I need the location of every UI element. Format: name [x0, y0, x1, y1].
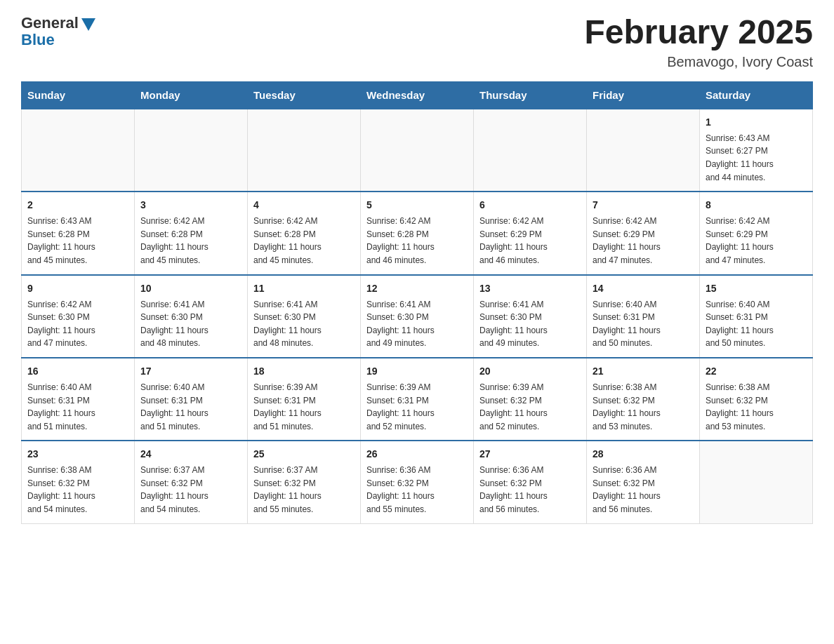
day-number: 1 — [706, 115, 807, 130]
day-info: Sunrise: 6:41 AMSunset: 6:30 PMDaylight:… — [479, 298, 581, 350]
day-number: 28 — [593, 447, 694, 462]
title-block: February 2025 Bemavogo, Ivory Coast — [584, 14, 813, 70]
calendar-week-row: 23Sunrise: 6:38 AMSunset: 6:32 PMDayligh… — [22, 441, 813, 523]
calendar-cell — [248, 109, 361, 192]
calendar-week-row: 2Sunrise: 6:43 AMSunset: 6:28 PMDaylight… — [22, 192, 813, 274]
day-info: Sunrise: 6:37 AMSunset: 6:32 PMDaylight:… — [253, 464, 355, 516]
calendar-cell: 18Sunrise: 6:39 AMSunset: 6:31 PMDayligh… — [248, 358, 361, 441]
weekday-header-wednesday: Wednesday — [361, 81, 474, 109]
day-number: 19 — [366, 364, 468, 379]
calendar-week-row: 9Sunrise: 6:42 AMSunset: 6:30 PMDaylight… — [22, 275, 813, 358]
day-number: 2 — [27, 198, 128, 213]
day-info: Sunrise: 6:40 AMSunset: 6:31 PMDaylight:… — [593, 298, 694, 350]
calendar-cell: 7Sunrise: 6:42 AMSunset: 6:29 PMDaylight… — [587, 192, 700, 274]
day-info: Sunrise: 6:43 AMSunset: 6:27 PMDaylight:… — [706, 132, 807, 184]
day-number: 16 — [27, 364, 128, 379]
logo: General Blue — [21, 14, 95, 49]
day-number: 23 — [27, 447, 128, 462]
day-info: Sunrise: 6:38 AMSunset: 6:32 PMDaylight:… — [593, 381, 694, 433]
logo-blue-text: Blue — [21, 31, 55, 49]
day-info: Sunrise: 6:42 AMSunset: 6:28 PMDaylight:… — [253, 215, 355, 267]
day-number: 14 — [593, 281, 694, 296]
calendar-cell: 9Sunrise: 6:42 AMSunset: 6:30 PMDaylight… — [22, 275, 135, 358]
calendar-cell: 28Sunrise: 6:36 AMSunset: 6:32 PMDayligh… — [587, 441, 700, 523]
calendar-cell: 25Sunrise: 6:37 AMSunset: 6:32 PMDayligh… — [248, 441, 361, 523]
calendar-cell: 21Sunrise: 6:38 AMSunset: 6:32 PMDayligh… — [587, 358, 700, 441]
day-info: Sunrise: 6:39 AMSunset: 6:32 PMDaylight:… — [479, 381, 581, 433]
month-title: February 2025 — [584, 14, 813, 51]
calendar-week-row: 1Sunrise: 6:43 AMSunset: 6:27 PMDaylight… — [22, 109, 813, 192]
day-info: Sunrise: 6:36 AMSunset: 6:32 PMDaylight:… — [479, 464, 581, 516]
logo-general-text: General — [21, 14, 79, 32]
day-number: 13 — [479, 281, 581, 296]
day-number: 9 — [27, 281, 128, 296]
calendar-cell: 20Sunrise: 6:39 AMSunset: 6:32 PMDayligh… — [474, 358, 587, 441]
day-info: Sunrise: 6:37 AMSunset: 6:32 PMDaylight:… — [140, 464, 241, 516]
day-info: Sunrise: 6:38 AMSunset: 6:32 PMDaylight:… — [27, 464, 128, 516]
calendar-cell: 23Sunrise: 6:38 AMSunset: 6:32 PMDayligh… — [22, 441, 135, 523]
day-info: Sunrise: 6:42 AMSunset: 6:28 PMDaylight:… — [140, 215, 241, 267]
calendar-cell: 11Sunrise: 6:41 AMSunset: 6:30 PMDayligh… — [248, 275, 361, 358]
calendar-cell: 17Sunrise: 6:40 AMSunset: 6:31 PMDayligh… — [135, 358, 248, 441]
day-info: Sunrise: 6:36 AMSunset: 6:32 PMDaylight:… — [366, 464, 468, 516]
calendar-header: SundayMondayTuesdayWednesdayThursdayFrid… — [22, 81, 813, 109]
day-number: 27 — [479, 447, 581, 462]
day-number: 6 — [479, 198, 581, 213]
day-number: 3 — [140, 198, 241, 213]
calendar-cell: 5Sunrise: 6:42 AMSunset: 6:28 PMDaylight… — [361, 192, 474, 274]
day-number: 15 — [706, 281, 807, 296]
calendar-cell: 26Sunrise: 6:36 AMSunset: 6:32 PMDayligh… — [361, 441, 474, 523]
day-info: Sunrise: 6:38 AMSunset: 6:32 PMDaylight:… — [706, 381, 807, 433]
weekday-header-row: SundayMondayTuesdayWednesdayThursdayFrid… — [22, 81, 813, 109]
day-info: Sunrise: 6:41 AMSunset: 6:30 PMDaylight:… — [140, 298, 241, 350]
calendar-cell — [22, 109, 135, 192]
day-info: Sunrise: 6:43 AMSunset: 6:28 PMDaylight:… — [27, 215, 128, 267]
calendar-cell — [135, 109, 248, 192]
weekday-header-saturday: Saturday — [700, 81, 813, 109]
weekday-header-monday: Monday — [135, 81, 248, 109]
day-number: 24 — [140, 447, 241, 462]
calendar-cell: 16Sunrise: 6:40 AMSunset: 6:31 PMDayligh… — [22, 358, 135, 441]
day-info: Sunrise: 6:39 AMSunset: 6:31 PMDaylight:… — [253, 381, 355, 433]
calendar-cell: 4Sunrise: 6:42 AMSunset: 6:28 PMDaylight… — [248, 192, 361, 274]
day-info: Sunrise: 6:42 AMSunset: 6:29 PMDaylight:… — [706, 215, 807, 267]
day-info: Sunrise: 6:42 AMSunset: 6:29 PMDaylight:… — [479, 215, 581, 267]
calendar-cell — [587, 109, 700, 192]
page-header: General Blue February 2025 Bemavogo, Ivo… — [21, 14, 813, 70]
day-info: Sunrise: 6:42 AMSunset: 6:30 PMDaylight:… — [27, 298, 128, 350]
day-number: 17 — [140, 364, 241, 379]
calendar-cell: 24Sunrise: 6:37 AMSunset: 6:32 PMDayligh… — [135, 441, 248, 523]
calendar-cell: 2Sunrise: 6:43 AMSunset: 6:28 PMDaylight… — [22, 192, 135, 274]
calendar-week-row: 16Sunrise: 6:40 AMSunset: 6:31 PMDayligh… — [22, 358, 813, 441]
calendar-cell — [361, 109, 474, 192]
calendar-cell: 19Sunrise: 6:39 AMSunset: 6:31 PMDayligh… — [361, 358, 474, 441]
day-info: Sunrise: 6:40 AMSunset: 6:31 PMDaylight:… — [706, 298, 807, 350]
day-info: Sunrise: 6:42 AMSunset: 6:29 PMDaylight:… — [593, 215, 694, 267]
calendar-cell: 22Sunrise: 6:38 AMSunset: 6:32 PMDayligh… — [700, 358, 813, 441]
weekday-header-friday: Friday — [587, 81, 700, 109]
calendar-cell — [700, 441, 813, 523]
day-number: 20 — [479, 364, 581, 379]
calendar-cell: 10Sunrise: 6:41 AMSunset: 6:30 PMDayligh… — [135, 275, 248, 358]
calendar-cell: 6Sunrise: 6:42 AMSunset: 6:29 PMDaylight… — [474, 192, 587, 274]
day-number: 10 — [140, 281, 241, 296]
calendar-cell: 13Sunrise: 6:41 AMSunset: 6:30 PMDayligh… — [474, 275, 587, 358]
day-number: 25 — [253, 447, 355, 462]
day-number: 8 — [706, 198, 807, 213]
day-number: 11 — [253, 281, 355, 296]
day-info: Sunrise: 6:36 AMSunset: 6:32 PMDaylight:… — [593, 464, 694, 516]
calendar-cell: 27Sunrise: 6:36 AMSunset: 6:32 PMDayligh… — [474, 441, 587, 523]
calendar-table: SundayMondayTuesdayWednesdayThursdayFrid… — [21, 81, 813, 524]
day-number: 7 — [593, 198, 694, 213]
day-number: 4 — [253, 198, 355, 213]
calendar-cell: 15Sunrise: 6:40 AMSunset: 6:31 PMDayligh… — [700, 275, 813, 358]
day-number: 18 — [253, 364, 355, 379]
calendar-cell: 1Sunrise: 6:43 AMSunset: 6:27 PMDaylight… — [700, 109, 813, 192]
weekday-header-thursday: Thursday — [474, 81, 587, 109]
calendar-cell: 3Sunrise: 6:42 AMSunset: 6:28 PMDaylight… — [135, 192, 248, 274]
calendar-cell: 8Sunrise: 6:42 AMSunset: 6:29 PMDaylight… — [700, 192, 813, 274]
calendar-cell: 14Sunrise: 6:40 AMSunset: 6:31 PMDayligh… — [587, 275, 700, 358]
day-number: 5 — [366, 198, 468, 213]
day-number: 12 — [366, 281, 468, 296]
logo-triangle-icon — [81, 18, 95, 31]
